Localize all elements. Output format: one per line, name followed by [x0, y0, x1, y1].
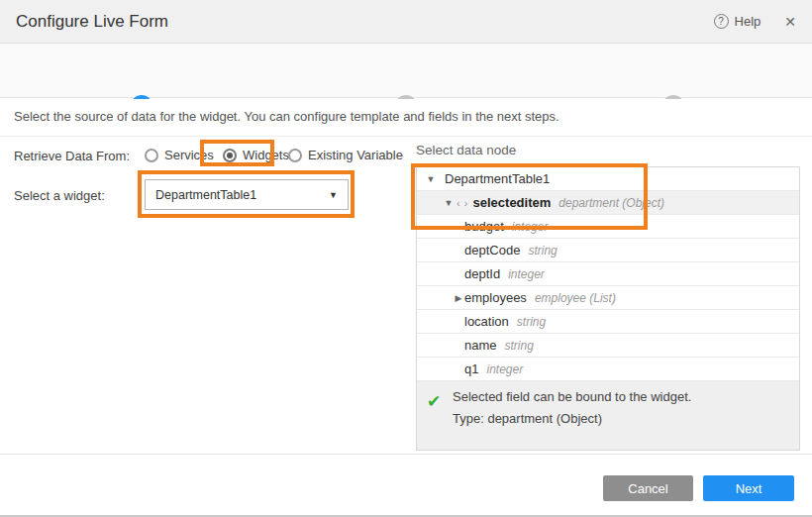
select-widget-label: Select a widget: [14, 188, 105, 203]
node-type: integer [512, 220, 549, 234]
node-label: budget [464, 219, 504, 234]
tree-row-deptid[interactable]: deptId integer [417, 262, 799, 286]
widget-dropdown-value: DepartmentTable1 [155, 188, 256, 202]
tree-row-selecteditem[interactable]: ▼ ‹ › selecteditem department (Object) [417, 191, 799, 215]
tree-row-q1[interactable]: q1 integer [417, 358, 799, 381]
node-type: string [505, 339, 534, 353]
radio-widgets[interactable]: Widgets [223, 148, 289, 162]
check-icon: ✔ [427, 391, 441, 412]
tree-row-budget[interactable]: budget integer [417, 215, 799, 239]
tree-row-location[interactable]: location string [417, 310, 799, 334]
dropdown-arrow-icon: ▼ [329, 190, 338, 200]
chevron-down-icon[interactable]: ▼ [443, 198, 455, 208]
help-button[interactable]: ? Help [714, 14, 761, 29]
binding-status-type: Type: department (Object) [453, 411, 787, 426]
node-type: integer [486, 362, 523, 376]
node-type: employee (List) [535, 291, 616, 305]
help-label: Help [735, 14, 761, 29]
radio-widgets-circle [223, 149, 237, 162]
node-label: deptId [464, 266, 500, 281]
tree-row-name[interactable]: name string [417, 334, 799, 358]
help-icon: ? [714, 14, 729, 29]
retrieve-data-from-label: Retrieve Data From: [14, 149, 130, 163]
dialog-title: Configure Live Form [16, 12, 168, 32]
dialog-header: Configure Live Form ? Help ✕ [0, 0, 812, 44]
node-label: selecteditem [473, 195, 552, 210]
node-type: string [528, 244, 557, 258]
wizard-stepper: 1 2 3 Data Form Layout Form Fields [0, 44, 812, 98]
configure-live-form-dialog: Configure Live Form ? Help ✕ 1 2 3 Data … [0, 0, 812, 517]
node-type: department (Object) [558, 196, 664, 210]
node-label: location [464, 314, 509, 329]
node-label: deptCode [464, 243, 520, 258]
radio-services[interactable]: Services [145, 148, 214, 162]
step-description: Select the source of data for the widget… [14, 109, 559, 124]
tree-row-employees[interactable]: ▶ employees employee (List) [417, 286, 799, 310]
dialog-body: Select the source of data for the widget… [0, 99, 812, 517]
description-divider [0, 136, 812, 137]
binding-status: ✔ Selected field can be bound to the wid… [417, 381, 799, 450]
chevron-down-icon[interactable]: ▼ [425, 174, 437, 184]
radio-existing-variable-circle [288, 149, 302, 162]
cancel-button[interactable]: Cancel [603, 475, 693, 501]
close-icon[interactable]: ✕ [784, 14, 796, 30]
tree-row-departmenttable1[interactable]: ▼ DepartmentTable1 [417, 167, 799, 191]
binding-status-message: Selected field can be bound to the widge… [453, 389, 787, 404]
node-label: q1 [464, 362, 478, 376]
data-node-tree: ▼ DepartmentTable1 ▼ ‹ › selecteditem de… [416, 166, 800, 451]
radio-widgets-label: Widgets [243, 148, 289, 162]
node-label: employees [464, 290, 527, 305]
tree-row-deptcode[interactable]: deptCode string [417, 239, 799, 262]
node-type: integer [508, 267, 545, 281]
node-label: DepartmentTable1 [445, 171, 550, 186]
radio-services-circle [145, 149, 158, 162]
chevron-right-icon[interactable]: ▶ [453, 293, 464, 303]
footer-divider [0, 454, 812, 455]
select-data-node-title: Select data node [416, 143, 516, 157]
radio-existing-variable-label: Existing Variable [308, 148, 403, 162]
next-button[interactable]: Next [703, 475, 794, 501]
node-type: string [517, 315, 546, 329]
widget-dropdown[interactable]: DepartmentTable1 ▼ [145, 179, 349, 210]
node-label: name [464, 338, 497, 353]
radio-existing-variable[interactable]: Existing Variable [288, 148, 403, 162]
radio-services-label: Services [164, 148, 214, 162]
object-code-icon: ‹ › [457, 197, 469, 209]
